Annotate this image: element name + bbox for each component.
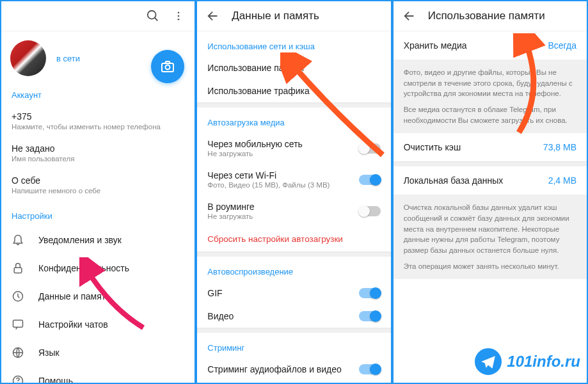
stream-audio-row[interactable]: Стриминг аудиофайлов и видео: [197, 358, 390, 381]
svg-point-3: [178, 15, 180, 17]
network-header: Использование сети и кэша: [197, 31, 390, 56]
lock-icon: [12, 262, 24, 275]
phone-row[interactable]: +375 Нажмите, чтобы изменить номер телеф…: [1, 105, 195, 137]
username-row[interactable]: Не задано Имя пользователя: [1, 137, 195, 169]
privacy-row[interactable]: Конфиденциальность: [1, 254, 195, 282]
bell-icon: [12, 234, 24, 246]
telegram-icon: [473, 347, 503, 376]
avatar[interactable]: [10, 40, 46, 76]
header: [1, 1, 195, 31]
chat-icon: [12, 318, 24, 331]
online-status: в сети: [56, 54, 80, 63]
chat-settings-row[interactable]: Настройки чатов: [1, 310, 195, 339]
help-icon: [12, 374, 24, 384]
roaming-row[interactable]: В роуминге Не загружать: [197, 195, 390, 227]
back-icon[interactable]: [206, 9, 220, 23]
svg-line-1: [155, 18, 158, 21]
keep-media-row[interactable]: Хранить медиа Всегда: [393, 31, 587, 60]
watermark-logo: 101info.ru: [473, 347, 580, 376]
back-icon[interactable]: [402, 9, 417, 23]
svg-point-6: [166, 65, 170, 70]
keep-media-desc: Фото, видео и другие файлы, которые Вы н…: [393, 60, 587, 133]
local-db-row[interactable]: Локальная база данных 2,4 MB: [393, 166, 587, 195]
page-title: Данные и память: [232, 10, 381, 22]
settings-header: Настройки: [1, 201, 195, 226]
search-icon[interactable]: [146, 9, 160, 23]
help-row[interactable]: Помощь: [1, 367, 195, 384]
svg-point-2: [178, 12, 180, 13]
database-icon: [12, 290, 24, 303]
account-header: Аккаунт: [1, 80, 195, 105]
mobile-row[interactable]: Через мобильную сеть Не загружать: [197, 132, 390, 164]
gif-row[interactable]: GIF: [197, 282, 390, 305]
header: Данные и память: [197, 1, 390, 31]
svg-point-0: [148, 11, 156, 19]
local-db-desc: Очистка локальной базы данных удалит кэш…: [393, 195, 587, 279]
notifications-row[interactable]: Уведомления и звук: [1, 226, 195, 254]
data-memory-panel: Данные и память Использование сети и кэш…: [196, 0, 392, 384]
svg-point-11: [13, 376, 23, 385]
svg-rect-9: [13, 320, 23, 327]
stream-toggle[interactable]: [359, 364, 381, 374]
autoplay-header: Автовоспроизведение: [197, 257, 390, 282]
svg-rect-7: [14, 268, 22, 273]
wifi-toggle[interactable]: [359, 175, 381, 185]
mobile-toggle[interactable]: [359, 143, 381, 154]
gif-toggle[interactable]: [359, 288, 381, 298]
data-memory-row[interactable]: Данные и память: [1, 282, 195, 310]
clear-cache-row[interactable]: Очистить кэш 73,8 MB: [393, 133, 587, 161]
wifi-row[interactable]: Через сети Wi-Fi Фото, Видео (15 MB), Фа…: [197, 164, 390, 195]
video-row[interactable]: Видео: [197, 305, 390, 328]
settings-panel: в сети Аккаунт +375 Нажмите, чтобы измен…: [0, 0, 196, 384]
video-toggle[interactable]: [359, 311, 381, 321]
about-row[interactable]: О себе Напишите немного о себе: [1, 169, 195, 201]
traffic-usage-row[interactable]: Использование трафика: [197, 79, 390, 102]
page-title: Использование памяти: [428, 10, 578, 22]
globe-icon: [12, 346, 24, 359]
svg-point-4: [178, 19, 180, 20]
memory-usage-panel: Использование памяти Хранить медиа Всегд…: [392, 0, 588, 384]
autoload-header: Автозагрузка медиа: [197, 108, 390, 132]
streaming-header: Стриминг: [197, 333, 390, 358]
language-row[interactable]: Язык: [1, 339, 195, 367]
reset-autoload[interactable]: Сбросить настройки автозагрузки: [197, 227, 390, 252]
roaming-toggle[interactable]: [359, 206, 381, 216]
memory-usage-row[interactable]: Использование памяти: [197, 56, 390, 79]
camera-fab[interactable]: [151, 50, 184, 83]
header: Использование памяти: [393, 1, 587, 31]
more-icon[interactable]: [171, 9, 186, 23]
